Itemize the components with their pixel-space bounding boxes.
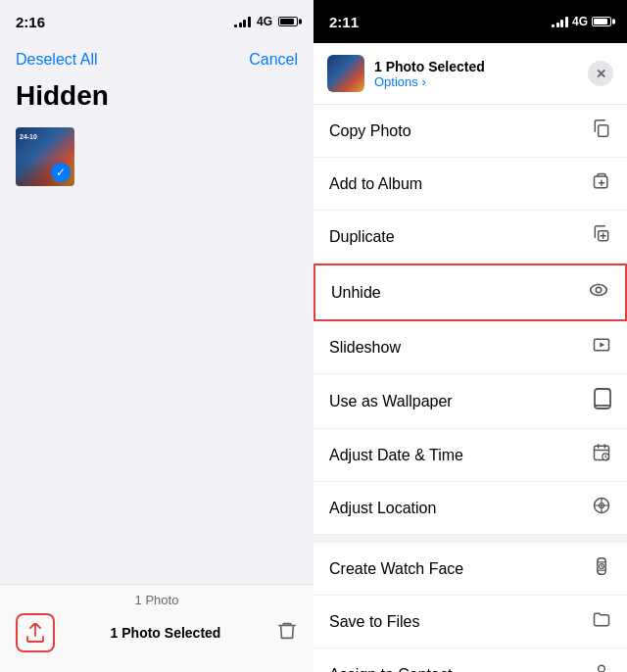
photo-check-icon: ✓ xyxy=(51,163,71,182)
bottom-actions: 1 Photo Selected xyxy=(16,613,298,652)
right-signal-icon xyxy=(552,16,568,27)
left-time: 2:16 xyxy=(16,14,45,30)
share-button[interactable] xyxy=(16,613,55,652)
left-bottom-bar: 1 Photo 1 Photo Selected xyxy=(0,584,314,672)
photo-count: 1 Photo xyxy=(16,593,298,607)
close-button[interactable]: ✕ xyxy=(588,61,613,86)
menu-item-icon-copy-photo xyxy=(592,119,611,143)
menu-item-icon-slideshow xyxy=(592,335,611,360)
action-menu-list: Copy PhotoAdd to AlbumDuplicateUnhideSli… xyxy=(314,105,627,672)
svg-line-23 xyxy=(602,566,603,567)
menu-item-label-create-watch-face: Create Watch Face xyxy=(329,560,463,578)
svg-point-24 xyxy=(599,665,605,672)
selected-count-label: 1 Photo Selected xyxy=(111,625,221,641)
svg-rect-1 xyxy=(595,176,607,188)
left-toolbar: Deselect All Cancel xyxy=(0,43,314,76)
menu-item-icon-duplicate xyxy=(592,224,611,249)
svg-point-4 xyxy=(596,287,602,293)
header-options[interactable]: Options › xyxy=(374,74,578,89)
right-status-bar: 2:11 4G xyxy=(314,0,627,43)
menu-item-save-to-files[interactable]: Save to Files xyxy=(314,596,627,648)
share-sheet-header: 1 Photo Selected Options › ✕ xyxy=(314,43,627,105)
menu-item-icon-adjust-date-time xyxy=(592,443,611,467)
menu-item-label-duplicate: Duplicate xyxy=(329,228,395,246)
menu-item-label-assign-to-contact: Assign to Contact xyxy=(329,666,452,673)
left-battery-icon xyxy=(278,17,298,26)
menu-item-label-adjust-location: Adjust Location xyxy=(329,500,436,517)
photo-grid: 24-10 ✓ xyxy=(0,123,314,190)
right-network-label: 4G xyxy=(572,15,588,28)
game-score-text: 24-10 xyxy=(20,133,37,140)
deselect-all-button[interactable]: Deselect All xyxy=(16,51,98,69)
menu-item-duplicate[interactable]: Duplicate xyxy=(314,211,627,264)
right-battery-icon xyxy=(592,17,611,26)
menu-item-icon-adjust-location xyxy=(592,496,611,520)
left-status-icons: 4G xyxy=(234,15,298,28)
delete-button[interactable] xyxy=(276,620,298,647)
svg-marker-6 xyxy=(600,343,604,348)
right-status-icons: 4G xyxy=(552,15,611,28)
left-signal-icon xyxy=(234,16,251,27)
left-status-bar: 2:16 4G xyxy=(0,0,314,43)
left-panel: 2:16 4G Deselect All Cancel Hidden 24-10… xyxy=(0,0,314,672)
header-title: 1 Photo Selected xyxy=(374,59,578,74)
page-title: Hidden xyxy=(0,76,314,123)
trash-icon xyxy=(276,620,298,642)
right-time: 2:11 xyxy=(329,14,359,30)
menu-item-label-slideshow: Slideshow xyxy=(329,339,401,357)
menu-item-label-copy-photo: Copy Photo xyxy=(329,122,411,140)
menu-item-create-watch-face[interactable]: Create Watch Face xyxy=(314,543,627,596)
menu-item-icon-save-to-files xyxy=(592,609,611,634)
share-icon xyxy=(26,623,44,643)
menu-item-use-as-wallpaper[interactable]: Use as Wallpaper xyxy=(314,374,627,429)
menu-item-icon-assign-to-contact xyxy=(592,662,611,672)
left-network-label: 4G xyxy=(257,15,272,28)
menu-item-assign-to-contact[interactable]: Assign to Contact xyxy=(314,648,627,672)
menu-item-copy-photo[interactable]: Copy Photo xyxy=(314,105,627,158)
menu-item-label-use-as-wallpaper: Use as Wallpaper xyxy=(329,393,453,410)
menu-item-label-save-to-files: Save to Files xyxy=(329,613,419,631)
svg-rect-0 xyxy=(599,125,608,137)
photo-thumbnail[interactable]: 24-10 ✓ xyxy=(16,127,74,186)
menu-item-icon-use-as-wallpaper xyxy=(594,388,611,414)
header-text: 1 Photo Selected Options › xyxy=(374,59,578,89)
right-panel: 2:11 4G 1 Photo Selected Options › ✕ Cop… xyxy=(314,0,627,672)
menu-item-adjust-date-time[interactable]: Adjust Date & Time xyxy=(314,429,627,482)
menu-divider xyxy=(314,535,627,543)
menu-item-add-to-album[interactable]: Add to Album xyxy=(314,158,627,211)
menu-item-label-add-to-album: Add to Album xyxy=(329,175,422,193)
menu-item-icon-create-watch-face xyxy=(592,556,611,581)
menu-item-label-unhide: Unhide xyxy=(331,284,381,302)
menu-item-icon-add-to-album xyxy=(592,171,611,196)
header-thumbnail xyxy=(327,55,364,92)
menu-item-adjust-location[interactable]: Adjust Location xyxy=(314,482,627,535)
menu-item-unhide[interactable]: Unhide xyxy=(314,264,627,321)
cancel-button[interactable]: Cancel xyxy=(249,51,298,69)
menu-item-label-adjust-date-time: Adjust Date & Time xyxy=(329,447,463,464)
svg-point-3 xyxy=(591,285,607,296)
menu-item-icon-unhide xyxy=(588,279,609,306)
menu-item-slideshow[interactable]: Slideshow xyxy=(314,321,627,374)
